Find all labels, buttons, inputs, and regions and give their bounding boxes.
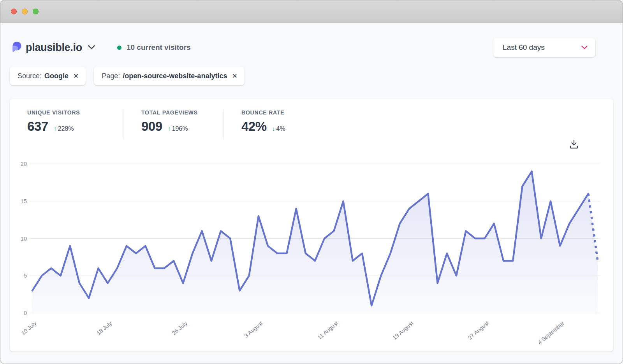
stat-value: 637 (27, 119, 48, 134)
chevron-down-icon (88, 44, 95, 51)
x-axis-tick-label: 4 September (537, 320, 565, 346)
remove-filter-button[interactable]: ✕ (73, 73, 79, 79)
dashboard-page: plausible.io 10 current visitors Last 60… (0, 38, 623, 364)
filter-row: Source: Google ✕ Page: /open-source-webs… (0, 67, 623, 85)
site-switcher[interactable]: plausible.io (12, 41, 95, 54)
zoom-window-button[interactable] (33, 9, 39, 14)
stat-change: 4% (276, 125, 285, 132)
filter-prefix: Page: (102, 72, 120, 80)
chart-area-fill (32, 171, 598, 313)
y-axis-tick-label: 0 (24, 310, 27, 316)
stat-change: 228% (58, 125, 74, 132)
stat-total-pageviews: TOTAL PAGEVIEWS 909 ↑196% (123, 109, 223, 139)
x-axis-tick-label: 19 August (391, 320, 415, 341)
y-axis-tick-label: 20 (21, 161, 27, 167)
minimize-window-button[interactable] (22, 9, 28, 14)
x-axis-tick-label: 26 July (171, 320, 189, 336)
site-name: plausible.io (26, 42, 82, 54)
filter-prefix: Source: (18, 72, 42, 80)
stats-row: UNIQUE VISITORS 637 ↑228% TOTAL PAGEVIEW… (10, 99, 613, 139)
y-axis-tick-label: 15 (21, 198, 27, 204)
window-titlebar (0, 0, 623, 23)
chevron-down-icon (581, 44, 588, 51)
live-dot-icon (117, 46, 121, 50)
date-range-label: Last 60 days (503, 43, 545, 52)
visitors-chart[interactable]: 0510152010 July18 July26 July3 August11 … (10, 151, 614, 348)
filter-pill-page[interactable]: Page: /open-source-website-analytics ✕ (94, 67, 244, 85)
plausible-logo-icon (12, 41, 21, 54)
x-axis-tick-label: 10 July (20, 320, 38, 336)
arrow-up-icon: ↑ (168, 125, 171, 132)
close-window-button[interactable] (11, 9, 17, 14)
download-export-button[interactable] (568, 138, 580, 152)
filter-value: /open-source-website-analytics (123, 72, 227, 80)
x-axis-tick-label: 3 August (243, 320, 264, 339)
arrow-down-icon: ↓ (272, 125, 275, 132)
stat-change: 196% (172, 125, 188, 132)
stat-label: UNIQUE VISITORS (27, 109, 123, 116)
date-range-select[interactable]: Last 60 days (493, 38, 595, 57)
y-axis-tick-label: 5 (24, 273, 27, 279)
filter-value: Google (44, 72, 69, 80)
arrow-up-icon: ↑ (54, 125, 57, 132)
x-axis-tick-label: 18 July (95, 320, 113, 336)
stat-unique-visitors: UNIQUE VISITORS 637 ↑228% (27, 109, 123, 139)
dashboard-topbar: plausible.io 10 current visitors Last 60… (0, 38, 623, 57)
y-axis-tick-label: 10 (21, 236, 27, 242)
stat-label: BOUNCE RATE (241, 109, 285, 116)
x-axis-tick-label: 11 August (316, 320, 339, 341)
current-visitors[interactable]: 10 current visitors (117, 43, 191, 52)
x-axis-tick-label: 27 August (467, 320, 490, 341)
download-icon (570, 139, 578, 149)
analytics-card: UNIQUE VISITORS 637 ↑228% TOTAL PAGEVIEW… (10, 99, 613, 352)
stat-label: TOTAL PAGEVIEWS (141, 109, 223, 116)
app-window: plausible.io 10 current visitors Last 60… (0, 0, 623, 364)
stat-value: 42% (241, 119, 267, 134)
filter-pill-source[interactable]: Source: Google ✕ (10, 67, 86, 85)
stat-bounce-rate: BOUNCE RATE 42% ↓4% (223, 109, 285, 139)
current-visitors-label: 10 current visitors (127, 43, 191, 52)
stat-value: 909 (141, 119, 162, 134)
remove-filter-button[interactable]: ✕ (232, 73, 237, 79)
